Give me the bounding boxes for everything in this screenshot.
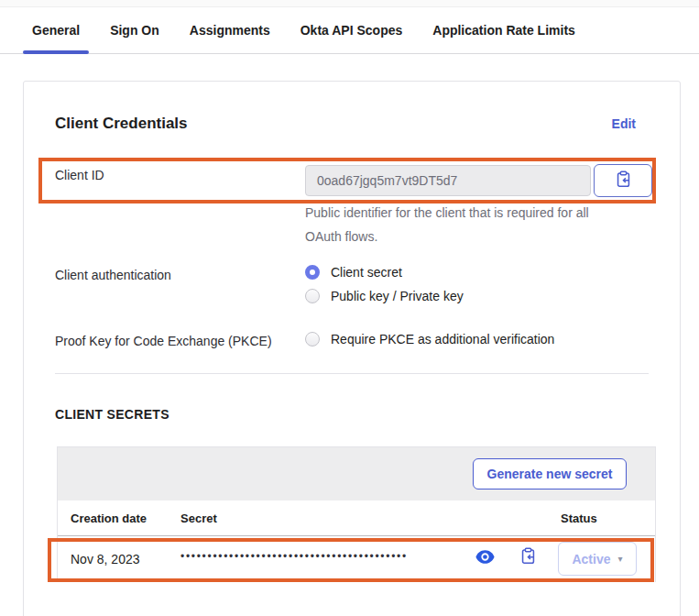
client-id-value[interactable]: 0oad67jgq5m7vt9DT5d7 [305,165,591,196]
copy-client-id-button[interactable] [594,164,652,197]
client-authentication-label: Client authentication [55,268,171,282]
tab-application-rate-limits[interactable]: Application Rate Limits [423,7,584,53]
column-header-secret: Secret [180,512,217,525]
radio-option-public-private-key[interactable]: Public key / Private key [305,289,464,303]
pkce-option-label: Require PKCE as additional verification [331,332,554,346]
radio-unselected-icon[interactable] [305,289,320,303]
column-header-status: Status [561,512,597,525]
generate-new-secret-button[interactable]: Generate new secret [473,458,627,490]
radio-selected-icon[interactable] [305,265,320,280]
pkce-checkbox-row[interactable]: Require PKCE as additional verification [305,332,554,346]
client-secrets-title: CLIENT SECRETS [55,407,169,422]
tab-okta-api-scopes[interactable]: Okta API Scopes [291,7,412,53]
radio-label: Public key / Private key [331,289,464,303]
client-id-label: Client ID [55,168,104,182]
client-credentials-card: Client Credentials Edit Client ID 0oad67… [23,81,681,616]
client-credentials-title: Client Credentials [55,115,188,133]
column-header-creation-date: Creation date [71,512,147,525]
top-strip [0,0,699,7]
table-toolbar: Generate new secret [58,447,655,500]
highlight-box-secret-row [48,538,654,582]
tab-assignments[interactable]: Assignments [180,7,279,53]
app-tabbar: General Sign On Assignments Okta API Sco… [0,7,699,54]
tab-general[interactable]: General [23,7,89,53]
table-header-row: Creation date Secret Status [58,500,655,536]
checkbox-unchecked-icon[interactable] [305,332,320,346]
client-id-help-text: Public identifier for the client that is… [305,201,615,248]
pkce-label: Proof Key for Code Exchange (PKCE) [55,334,272,348]
section-divider [55,373,649,374]
clipboard-icon [615,170,632,192]
edit-link[interactable]: Edit [612,116,636,131]
radio-label: Client secret [331,265,402,280]
tab-sign-on[interactable]: Sign On [101,7,169,53]
radio-option-client-secret[interactable]: Client secret [305,265,402,280]
